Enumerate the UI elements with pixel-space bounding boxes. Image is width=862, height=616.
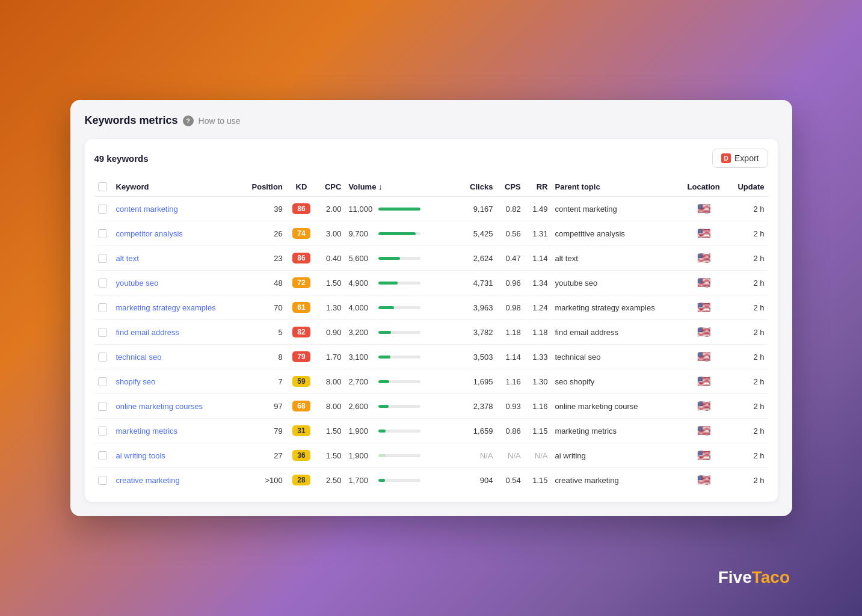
row-checkbox[interactable] [98,254,107,263]
clicks-header[interactable]: Clicks [460,177,496,197]
location-cell: 🇺🇸 [680,295,727,320]
export-button[interactable]: D Export [712,149,768,168]
update-header[interactable]: Update [727,177,768,197]
keyword-link[interactable]: ai writing tools [116,451,165,460]
clicks-cell: 3,963 [460,295,496,320]
volume-bar-fill [378,405,389,408]
cpc-cell: 1.30 [316,295,345,320]
row-checkbox[interactable] [98,476,107,485]
keyword-cell: shopify seo [112,369,241,394]
clicks-cell: 2,624 [460,246,496,271]
clicks-cell: 3,503 [460,345,496,369]
volume-bar-container: 4,000 [348,303,420,312]
keyword-link[interactable]: technical seo [116,353,162,362]
keyword-link[interactable]: youtube seo [116,279,159,288]
table-row: competitor analysis 26 74 3.00 9,700 5,4… [94,221,768,246]
volume-value: 1,700 [348,476,376,485]
how-to-use-link[interactable]: How to use [199,116,241,126]
cpc-cell: 1.50 [316,271,345,295]
row-checkbox[interactable] [98,402,107,411]
volume-value: 3,200 [348,328,376,337]
kd-badge: 31 [292,425,310,436]
kd-badge: 68 [292,401,310,411]
position-cell: 39 [241,197,286,221]
volume-bar-container: 1,900 [348,427,420,436]
kd-cell: 61 [286,295,316,320]
volume-bar-fill [378,208,420,211]
flag-icon: 🇺🇸 [697,326,710,338]
volume-bar-container: 3,200 [348,328,420,337]
keyword-link[interactable]: online marketing courses [116,402,203,411]
keyword-link[interactable]: competitor analysis [116,229,183,238]
volume-value: 2,600 [348,402,376,411]
row-checkbox[interactable] [98,451,107,460]
row-checkbox[interactable] [98,353,107,362]
volume-bar-container: 2,700 [348,377,420,386]
select-all-checkbox[interactable] [98,182,107,191]
parent-topic-header[interactable]: Parent topic [551,177,680,197]
keyword-header[interactable]: Keyword [112,177,241,197]
rr-cell: 1.33 [525,345,552,369]
volume-bar-container: 1,900 [348,451,420,460]
table-row: youtube seo 48 72 1.50 4,900 4,731 0.96 … [94,271,768,295]
parent-topic-cell: seo shopify [551,369,680,394]
row-checkbox[interactable] [98,205,107,214]
volume-bar-track [378,282,420,285]
keyword-cell: online marketing courses [112,394,241,419]
keyword-link[interactable]: content marketing [116,205,178,214]
kd-header[interactable]: KD [286,177,316,197]
position-cell: 26 [241,221,286,246]
keyword-link[interactable]: find email address [116,328,180,337]
position-cell: 97 [241,394,286,419]
table-row: creative marketing >100 28 2.50 1,700 90… [94,468,768,493]
volume-header[interactable]: Volume ↓ [345,177,460,197]
table-header-row: Keyword Position KD CPC Volume ↓ Clicks … [94,177,768,197]
rr-header[interactable]: RR [525,177,552,197]
keyword-link[interactable]: shopify seo [116,377,156,386]
row-checkbox[interactable] [98,328,107,337]
volume-cell: 4,000 [345,295,460,320]
volume-bar-container: 11,000 [348,205,420,214]
cpc-cell: 1.50 [316,419,345,443]
update-cell: 2 h [727,345,768,369]
keyword-link[interactable]: alt text [116,254,139,263]
position-header[interactable]: Position [241,177,286,197]
rr-cell: 1.18 [525,320,552,345]
volume-bar-container: 2,600 [348,402,420,411]
position-cell: 70 [241,295,286,320]
volume-bar-container: 5,600 [348,254,420,263]
keyword-link[interactable]: marketing strategy examples [116,303,216,312]
help-icon[interactable]: ? [183,116,194,126]
cps-cell: 1.18 [496,320,524,345]
rr-cell: 1.49 [525,197,552,221]
cps-header[interactable]: CPS [496,177,524,197]
cpc-cell: 0.40 [316,246,345,271]
cpc-cell: 8.00 [316,369,345,394]
row-checkbox[interactable] [98,427,107,436]
location-cell: 🇺🇸 [680,468,727,493]
location-cell: 🇺🇸 [680,394,727,419]
table-row: shopify seo 7 59 8.00 2,700 1,695 1.16 1… [94,369,768,394]
row-checkbox-cell [94,468,112,493]
row-checkbox[interactable] [98,229,107,238]
cps-cell: 1.16 [496,369,524,394]
kd-cell: 72 [286,271,316,295]
volume-bar-container: 9,700 [348,229,420,238]
row-checkbox-cell [94,443,112,468]
cpc-cell: 2.50 [316,468,345,493]
cpc-header[interactable]: CPC [316,177,345,197]
update-cell: 2 h [727,295,768,320]
row-checkbox[interactable] [98,303,107,312]
row-checkbox-cell [94,197,112,221]
row-checkbox[interactable] [98,377,107,386]
row-checkbox[interactable] [98,279,107,288]
volume-cell: 9,700 [345,221,460,246]
location-header[interactable]: Location [680,177,727,197]
parent-topic-cell: marketing strategy examples [551,295,680,320]
table-container: 49 keywords D Export Keyword Position KD… [85,139,778,502]
row-checkbox-cell [94,221,112,246]
keyword-link[interactable]: marketing metrics [116,427,178,436]
brand-five: Five [718,568,752,587]
table-row: technical seo 8 79 1.70 3,100 3,503 1.14… [94,345,768,369]
keyword-link[interactable]: creative marketing [116,476,180,485]
